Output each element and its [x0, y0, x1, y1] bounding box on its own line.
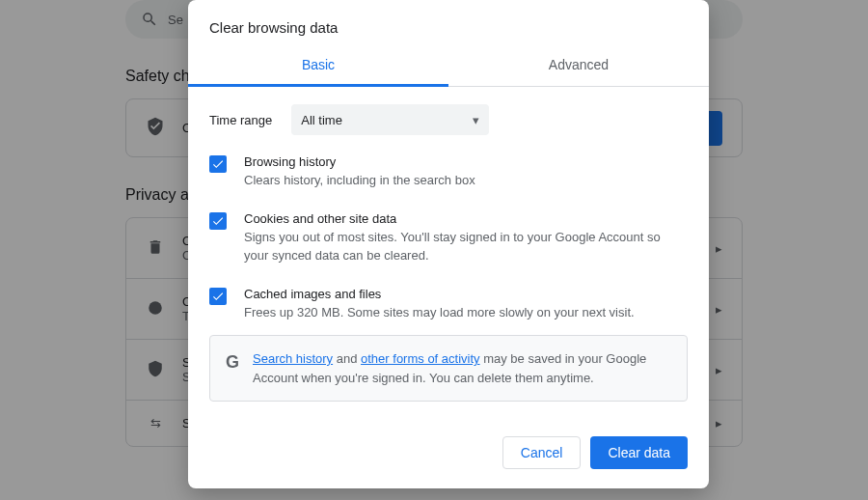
dialog-title: Clear browsing data — [188, 0, 709, 45]
info-text-mid: and — [333, 351, 361, 366]
dialog-tabs: Basic Advanced — [188, 45, 709, 87]
checkbox-cookies[interactable] — [209, 212, 227, 230]
chevron-down-icon: ▾ — [473, 113, 479, 127]
checkbox-browsing-history[interactable] — [209, 155, 227, 173]
cancel-button[interactable]: Cancel — [502, 436, 582, 469]
google-account-info: G Search history and other forms of acti… — [209, 335, 688, 402]
cache-title: Cached images and files — [244, 287, 635, 301]
browsing-history-title: Browsing history — [244, 154, 475, 169]
checkbox-cache[interactable] — [209, 288, 227, 305]
time-range-value: All time — [301, 113, 342, 127]
tab-advanced[interactable]: Advanced — [448, 45, 709, 86]
google-g-icon: G — [226, 349, 239, 387]
time-range-label: Time range — [209, 113, 272, 127]
cookies-desc: Signs you out of most sites. You'll stay… — [244, 229, 688, 265]
clear-data-button[interactable]: Clear data — [590, 436, 688, 469]
other-activity-link[interactable]: other forms of activity — [361, 351, 480, 366]
cookies-title: Cookies and other site data — [244, 211, 688, 226]
clear-browsing-data-dialog: Clear browsing data Basic Advanced Time … — [188, 0, 709, 488]
time-range-select[interactable]: All time ▾ — [291, 104, 489, 135]
browsing-history-desc: Clears history, including in the search … — [244, 172, 475, 190]
cache-desc: Frees up 320 MB. Some sites may load mor… — [244, 304, 635, 322]
search-history-link[interactable]: Search history — [253, 351, 333, 366]
tab-basic[interactable]: Basic — [188, 45, 448, 87]
